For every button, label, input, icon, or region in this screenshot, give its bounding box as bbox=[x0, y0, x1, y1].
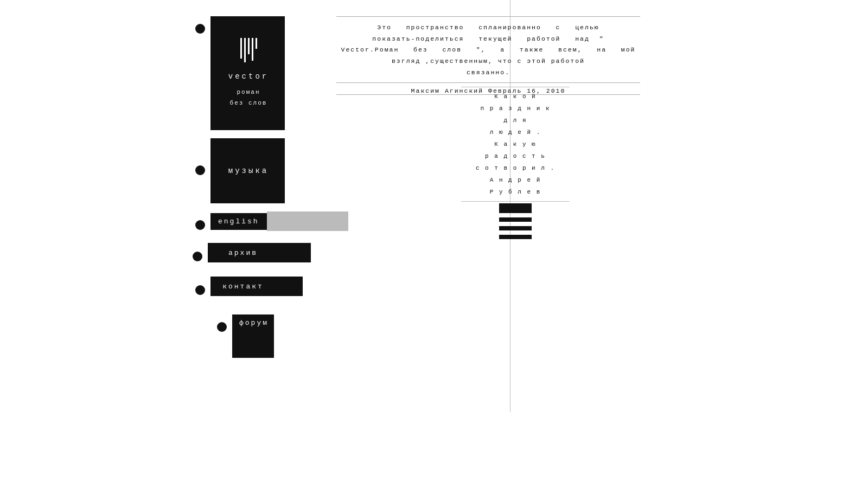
contact-dot bbox=[195, 285, 205, 295]
archive-right-block bbox=[278, 243, 311, 262]
icon-rect-3 bbox=[499, 226, 532, 230]
english-block[interactable]: english bbox=[210, 213, 267, 230]
archive-block[interactable]: архив bbox=[208, 243, 278, 262]
vector-sub: роман без слов bbox=[230, 87, 267, 109]
forum-right-bar bbox=[274, 314, 276, 358]
quote-bottom-line bbox=[461, 201, 570, 202]
quote-area: К а к о й п р а з д н и к д л я л ю д е … bbox=[461, 87, 570, 202]
forum-dot bbox=[217, 322, 227, 332]
quote-text: К а к о й п р а з д н и к д л я л ю д е … bbox=[461, 91, 570, 198]
english-gray-block bbox=[267, 211, 348, 231]
icon-rect-4 bbox=[499, 235, 532, 239]
nav-forum-row: форум bbox=[217, 314, 276, 358]
content-top-line bbox=[336, 16, 640, 17]
page-container: vector роман без слов музыка english арх… bbox=[0, 0, 868, 488]
muzyka-dot bbox=[195, 165, 205, 175]
archive-label: архив bbox=[228, 249, 258, 257]
vector-dot bbox=[195, 24, 205, 34]
nav-contact-row: контакт bbox=[195, 277, 303, 296]
vector-block[interactable]: vector роман без слов bbox=[210, 16, 286, 130]
forum-label: форум bbox=[239, 319, 269, 327]
nav-archive-row: архив bbox=[193, 243, 311, 262]
content-intro: Это пространство спланированно с целью п… bbox=[336, 22, 640, 78]
nav-vector-row: vector роман без слов bbox=[195, 16, 286, 130]
muzyka-right-bar bbox=[285, 138, 286, 203]
vector-lines-deco bbox=[240, 38, 257, 62]
vector-right-bar bbox=[285, 16, 286, 130]
icon-stack-area bbox=[499, 203, 532, 239]
nav-english-row: english bbox=[195, 211, 348, 231]
vector-label: vector bbox=[228, 72, 269, 81]
contact-label: контакт bbox=[222, 282, 264, 291]
archive-dot bbox=[193, 252, 202, 261]
contact-block[interactable]: контакт bbox=[210, 277, 276, 296]
english-label: english bbox=[218, 217, 259, 226]
content-mid-line bbox=[336, 82, 640, 83]
icon-rect-2 bbox=[499, 217, 532, 222]
contact-right-block bbox=[276, 277, 303, 296]
forum-block[interactable]: форум bbox=[232, 314, 276, 358]
icon-rect-1 bbox=[499, 203, 532, 213]
muzyka-block[interactable]: музыка bbox=[210, 138, 286, 203]
muzyka-label: музыка bbox=[228, 166, 269, 175]
quote-top-line bbox=[461, 87, 570, 87]
english-dot bbox=[195, 220, 205, 230]
nav-muzyka-row: музыка bbox=[195, 138, 286, 203]
